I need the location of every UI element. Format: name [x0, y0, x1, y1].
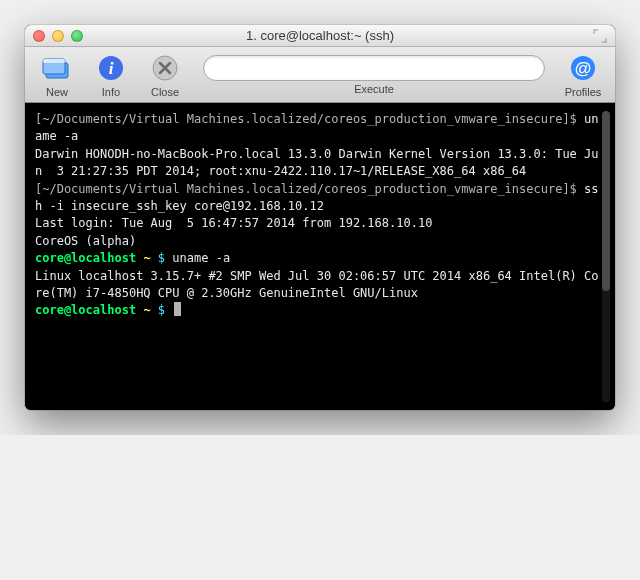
svg-rect-2	[43, 59, 65, 63]
remote-prompt-path: ~	[143, 251, 150, 265]
new-button[interactable]: New	[35, 52, 79, 98]
close-label: Close	[151, 86, 179, 98]
execute-label: Execute	[354, 83, 394, 95]
window-title: 1. core@localhost:~ (ssh)	[25, 28, 615, 43]
info-label: Info	[102, 86, 120, 98]
remote-prompt-dollar-2: $	[158, 303, 165, 317]
terminal-area[interactable]: [~/Documents/Virtual Machines.localized/…	[25, 103, 615, 410]
fullscreen-icon[interactable]	[593, 29, 607, 43]
new-label: New	[46, 86, 68, 98]
profiles-button[interactable]: @ Profiles	[561, 52, 605, 98]
svg-text:i: i	[109, 59, 114, 78]
remote-prompt-dollar: $	[158, 251, 165, 265]
coreos-banner: CoreOS (alpha)	[35, 234, 136, 248]
host-prompt-2: [~/Documents/Virtual Machines.localized/…	[35, 182, 577, 196]
svg-text:@: @	[575, 59, 592, 78]
new-window-icon	[41, 52, 73, 84]
remote-prompt-path-2: ~	[143, 303, 150, 317]
cmd-uname-remote: uname -a	[172, 251, 230, 265]
execute-input[interactable]	[203, 55, 545, 81]
execute-field-group: Execute	[203, 55, 545, 95]
titlebar: 1. core@localhost:~ (ssh)	[25, 25, 615, 47]
out-uname-remote: Linux localhost 3.15.7+ #2 SMP Wed Jul 3…	[35, 269, 599, 300]
close-button[interactable]: Close	[143, 52, 187, 98]
info-icon: i	[95, 52, 127, 84]
scrollbar[interactable]	[599, 103, 613, 410]
last-login-line: Last login: Tue Aug 5 16:47:57 2014 from…	[35, 216, 432, 230]
remote-prompt-user: core@localhost	[35, 251, 136, 265]
host-prompt: [~/Documents/Virtual Machines.localized/…	[35, 112, 577, 126]
terminal-window: 1. core@localhost:~ (ssh) New i	[25, 25, 615, 410]
info-button[interactable]: i Info	[89, 52, 133, 98]
profiles-icon: @	[567, 52, 599, 84]
remote-prompt-user-2: core@localhost	[35, 303, 136, 317]
out-uname-host: Darwin HONODH-no-MacBook-Pro.local 13.3.…	[35, 147, 599, 178]
profiles-label: Profiles	[565, 86, 602, 98]
scrollbar-thumb[interactable]	[602, 111, 610, 291]
toolbar: New i Info Close Execute	[25, 47, 615, 103]
cursor-icon	[174, 302, 181, 316]
close-icon	[149, 52, 181, 84]
terminal-output[interactable]: [~/Documents/Virtual Machines.localized/…	[25, 103, 615, 410]
